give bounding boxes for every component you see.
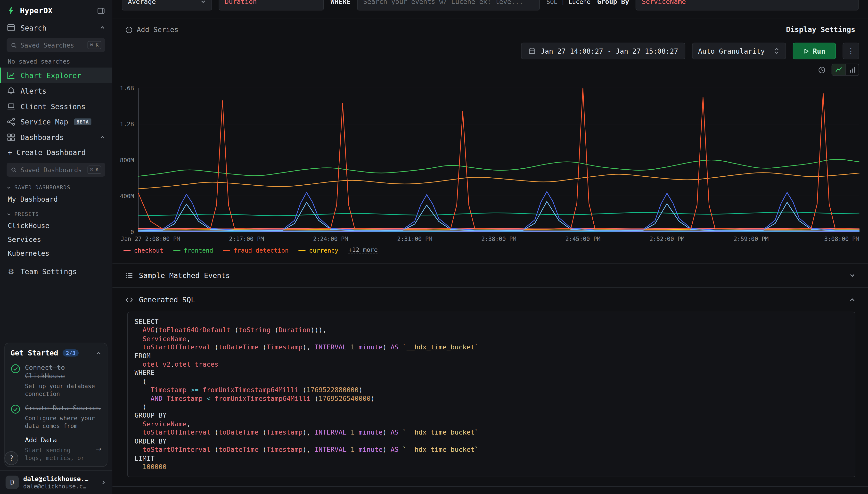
legend-item[interactable]: frontend bbox=[173, 247, 213, 254]
legend-label: currency bbox=[309, 247, 339, 254]
legend-item[interactable]: checkout bbox=[123, 247, 163, 254]
presets-section-label[interactable]: PRESETS bbox=[0, 206, 112, 218]
field-input[interactable]: Duration bbox=[218, 0, 324, 11]
saved-searches-placeholder: Saved Searches bbox=[20, 41, 74, 49]
sidebar-item-kubernetes[interactable]: Kubernetes bbox=[0, 246, 112, 260]
chart-plot[interactable]: 0400M800M1.2B1.6B Jan 27 2:08:00 PM2:17:… bbox=[138, 88, 859, 232]
sample-matched-events-section[interactable]: Sample Matched Events bbox=[112, 264, 868, 288]
legend-swatch bbox=[123, 250, 131, 251]
section-title: Generated SQL bbox=[139, 296, 195, 304]
sidebar-item-client-sessions[interactable]: Client Sessions bbox=[0, 98, 112, 114]
legend-swatch bbox=[223, 250, 230, 251]
legend-swatch bbox=[298, 250, 306, 251]
code-icon bbox=[125, 296, 133, 304]
shortcut-badge: ⌘ K bbox=[87, 41, 101, 49]
play-icon bbox=[804, 48, 810, 54]
granularity-select[interactable]: Auto Granularity bbox=[692, 43, 786, 59]
laptop-icon bbox=[6, 102, 16, 111]
sql-line: AVG(toFloat64OrDefault (toString (Durati… bbox=[135, 326, 848, 335]
legend-item[interactable]: fraud-detection bbox=[223, 247, 289, 254]
legend-item[interactable]: currency bbox=[298, 247, 339, 254]
y-tick-label: 1.6B bbox=[120, 85, 134, 91]
chevron-down-icon[interactable] bbox=[849, 272, 855, 279]
events-search-input[interactable]: Search your events w/ Lucene ex: leve... bbox=[357, 0, 540, 11]
group-by-input[interactable]: ServiceName bbox=[636, 0, 859, 11]
run-button[interactable]: Run bbox=[793, 43, 836, 59]
date-range-picker[interactable]: Jan 27 14:08:27 - Jan 27 15:08:27 bbox=[521, 43, 686, 59]
gear-icon: ⚙ bbox=[6, 267, 16, 276]
display-settings-button[interactable]: Display Settings bbox=[786, 25, 855, 34]
x-tick-label: 2:52:00 PM bbox=[650, 235, 684, 242]
sidebar-item-my-dashboard[interactable]: My Dashboard bbox=[0, 192, 112, 206]
help-button[interactable]: ? bbox=[4, 451, 18, 465]
x-tick-label: 2:59:00 PM bbox=[734, 235, 769, 242]
sql-line: ServiceName, bbox=[135, 335, 848, 343]
sidebar-item-services[interactable]: Services bbox=[0, 232, 112, 246]
chevron-up-icon[interactable] bbox=[100, 135, 105, 140]
shortcut-badge: ⌘ K bbox=[87, 166, 101, 174]
step-title: Create Data Sources bbox=[25, 404, 101, 413]
sidebar-item-dashboards[interactable]: Dashboards bbox=[0, 130, 112, 145]
app-root: HyperDX Search Saved Searches ⌘ K No sav… bbox=[0, 0, 868, 494]
x-tick-label: 2:38:00 PM bbox=[481, 235, 516, 242]
mode-sql-label: SQL bbox=[546, 0, 558, 5]
sidebar-item-clickhouse[interactable]: ClickHouse bbox=[0, 218, 112, 232]
sql-lucene-toggle[interactable]: SQL | Lucene bbox=[546, 0, 591, 5]
run-label: Run bbox=[813, 47, 825, 55]
sidebar-collapse-icon[interactable] bbox=[97, 6, 105, 15]
saved-dashboards-placeholder: Saved Dashboards bbox=[20, 166, 82, 173]
get-started-step-add-data[interactable]: Add Data Start sending logs, metrics, or… bbox=[11, 436, 101, 462]
more-options-button[interactable]: ⋮ bbox=[843, 43, 859, 59]
bar-chart-toggle[interactable] bbox=[845, 64, 859, 75]
check-circle-icon bbox=[11, 404, 20, 414]
beta-badge: BETA bbox=[74, 118, 91, 125]
chevron-up-icon[interactable] bbox=[96, 350, 101, 356]
sidebar-item-search[interactable]: Search bbox=[0, 20, 112, 35]
chevron-up-icon[interactable] bbox=[849, 297, 855, 303]
user-name: dale@clickhouse.… bbox=[23, 475, 89, 483]
sidebar-item-label: Chart Explorer bbox=[20, 71, 81, 79]
get-started-step-sources[interactable]: Create Data Sources Configure where your… bbox=[11, 404, 101, 430]
events-search-placeholder: Search your events w/ Lucene ex: leve... bbox=[363, 0, 523, 5]
group-by-label: Group By bbox=[597, 0, 629, 5]
step-subtitle: Start sending logs, metrics, or bbox=[25, 446, 92, 462]
saved-searches-input[interactable]: Saved Searches ⌘ K bbox=[6, 38, 105, 52]
calendar-icon bbox=[528, 47, 536, 55]
sql-line: toStartOfInterval (toDateTime (Timestamp… bbox=[135, 429, 848, 437]
search-section-icon bbox=[6, 23, 16, 32]
x-tick-label: 3:08:00 PM bbox=[824, 235, 859, 242]
arrow-right-icon: → bbox=[96, 445, 101, 453]
main-content: Average Duration WHERE Search your event… bbox=[112, 0, 868, 494]
y-tick-label: 0 bbox=[131, 229, 134, 235]
saved-dashboards-section-label[interactable]: SAVED DASHBOARDS bbox=[0, 179, 112, 192]
sidebar-item-team-settings[interactable]: ⚙ Team Settings bbox=[0, 264, 112, 279]
get-started-header[interactable]: Get Started 2/3 bbox=[11, 349, 101, 357]
mode-separator: | bbox=[558, 0, 568, 5]
saved-dashboards-input[interactable]: Saved Dashboards ⌘ K bbox=[6, 163, 105, 177]
section-label-text: PRESETS bbox=[14, 211, 39, 217]
sidebar-item-create-dashboard[interactable]: + Create Dashboard bbox=[0, 145, 112, 160]
legend-label: frontend bbox=[184, 247, 213, 254]
chevron-up-icon[interactable] bbox=[100, 25, 105, 31]
get-started-step-connect[interactable]: Connect to ClickHouse Set up your databa… bbox=[11, 364, 101, 397]
date-range-value: Jan 27 14:08:27 - Jan 27 15:08:27 bbox=[541, 47, 678, 55]
sql-line: 100000 bbox=[135, 463, 848, 471]
where-label: WHERE bbox=[330, 0, 350, 5]
no-saved-searches-note: No saved searches bbox=[0, 55, 112, 68]
sidebar-item-chart-explorer[interactable]: Chart Explorer bbox=[0, 68, 112, 83]
add-series-button[interactable]: Add Series bbox=[125, 25, 178, 34]
aggregation-select[interactable]: Average bbox=[122, 0, 212, 11]
time-icon[interactable] bbox=[818, 65, 826, 74]
controls-row: Jan 27 14:08:27 - Jan 27 15:08:27 Auto G… bbox=[112, 43, 868, 59]
sql-line: ( bbox=[135, 378, 848, 386]
chevron-down-icon bbox=[6, 212, 11, 216]
sidebar-item-alerts[interactable]: Alerts bbox=[0, 83, 112, 98]
line-chart-toggle[interactable] bbox=[832, 64, 845, 75]
user-menu[interactable]: D dale@clickhouse.… dale@clickhouse.c… bbox=[0, 470, 112, 494]
create-dashboard-label: + Create Dashboard bbox=[8, 149, 86, 157]
sql-code[interactable]: SELECT AVG(toFloat64OrDefault (toString … bbox=[127, 312, 855, 477]
list-icon bbox=[125, 271, 133, 280]
legend-more[interactable]: +12 more bbox=[348, 246, 378, 254]
generated-sql-section[interactable]: Generated SQL bbox=[112, 288, 868, 312]
sidebar-item-service-map[interactable]: Service Map BETA bbox=[0, 114, 112, 130]
